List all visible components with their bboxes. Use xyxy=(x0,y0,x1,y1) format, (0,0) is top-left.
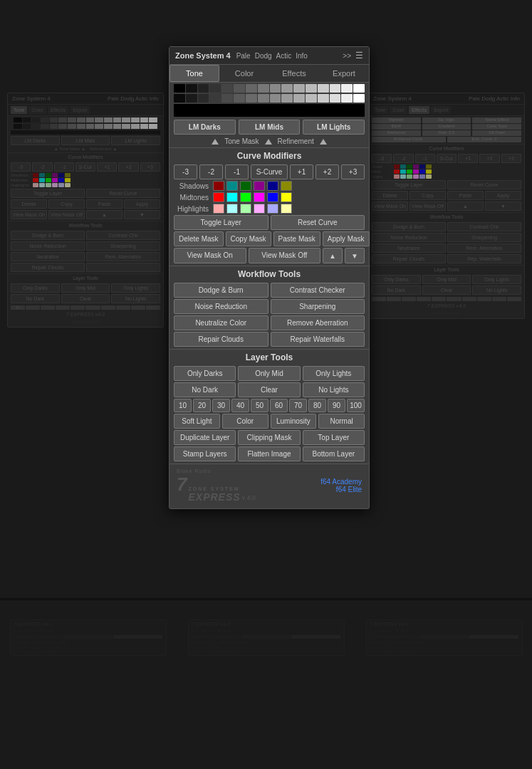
luminosity-button[interactable]: Luminosity xyxy=(271,414,317,429)
gray-swatch[interactable] xyxy=(209,84,221,93)
shadow-swatch-4[interactable] xyxy=(254,181,265,191)
adj-btn-minus2[interactable]: -2 xyxy=(199,164,223,179)
soft-light-button[interactable]: Soft Light xyxy=(174,414,220,429)
only-lights-button[interactable]: Only Lights xyxy=(303,366,365,381)
gray-swatch-2[interactable] xyxy=(234,94,245,103)
gray-swatch-2[interactable] xyxy=(186,94,197,103)
gray-swatch[interactable] xyxy=(174,84,185,93)
only-darks-button[interactable]: Only Darks xyxy=(174,366,236,381)
no-dark-button[interactable]: No Dark xyxy=(174,382,236,397)
gray-swatch[interactable] xyxy=(198,84,209,93)
reset-curve-button[interactable]: Reset Curve xyxy=(271,215,365,230)
gray-swatch-2[interactable] xyxy=(353,94,365,103)
shadow-swatch-5[interactable] xyxy=(267,181,278,191)
only-mid-button[interactable]: Only Mid xyxy=(238,366,300,381)
highlight-swatch-4[interactable] xyxy=(254,204,265,214)
gray-swatch[interactable] xyxy=(293,84,305,93)
adj-btn-plus1[interactable]: +1 xyxy=(290,164,313,179)
midtone-swatch-6[interactable] xyxy=(281,192,292,202)
gray-swatch-2[interactable] xyxy=(330,94,341,103)
lm-mids-button[interactable]: LM Mids xyxy=(239,120,301,135)
tab-export[interactable]: Export xyxy=(319,65,369,82)
view-mask-on-button[interactable]: View Mask On xyxy=(174,248,246,263)
tab-tone[interactable]: Tone xyxy=(169,65,219,82)
highlight-swatch-1[interactable] xyxy=(213,204,224,214)
midtone-swatch-1[interactable] xyxy=(213,192,224,202)
adj-btn-scurve[interactable]: S-Curve xyxy=(251,164,288,179)
lm-darks-button[interactable]: LM Darks xyxy=(174,120,236,135)
delete-mask-button[interactable]: Delete Mask xyxy=(174,231,224,246)
midtone-swatch-2[interactable] xyxy=(226,192,238,202)
gray-swatch[interactable] xyxy=(221,84,233,93)
neutralize-color-button[interactable]: Neutralize Color xyxy=(174,315,268,330)
tab-effects[interactable]: Effects xyxy=(269,65,319,82)
gray-swatch-2[interactable] xyxy=(270,94,281,103)
gray-swatch-2[interactable] xyxy=(318,94,329,103)
gray-swatch[interactable] xyxy=(258,84,269,93)
number-button-70[interactable]: 70 xyxy=(289,399,307,412)
gray-swatch[interactable] xyxy=(330,84,341,93)
adj-btn-minus1[interactable]: -1 xyxy=(225,164,249,179)
midtone-swatch-5[interactable] xyxy=(267,192,278,202)
number-button-40[interactable]: 40 xyxy=(231,399,249,412)
shadow-swatch-2[interactable] xyxy=(226,181,238,191)
gray-swatch[interactable] xyxy=(281,84,293,93)
adj-btn-plus2[interactable]: +2 xyxy=(315,164,339,179)
gray-swatch-2[interactable] xyxy=(306,94,317,103)
gray-swatch-2[interactable] xyxy=(281,94,293,103)
highlight-swatch-2[interactable] xyxy=(226,204,238,214)
stamp-layers-button[interactable]: Stamp Layers xyxy=(174,446,236,461)
gray-swatch[interactable] xyxy=(270,84,281,93)
shadow-swatch-3[interactable] xyxy=(240,181,251,191)
menu-actic[interactable]: Actic xyxy=(276,52,292,60)
clear-button[interactable]: Clear xyxy=(238,382,300,397)
menu-info[interactable]: Info xyxy=(296,52,308,60)
arrow-down-button[interactable]: ▼ xyxy=(345,248,365,263)
number-button-90[interactable]: 90 xyxy=(328,399,345,412)
gray-swatch[interactable] xyxy=(318,84,329,93)
menu-dodg[interactable]: Dodg xyxy=(255,52,272,60)
number-button-20[interactable]: 20 xyxy=(193,399,211,412)
midtone-swatch-4[interactable] xyxy=(254,192,265,202)
gray-swatch[interactable] xyxy=(234,84,245,93)
color-button[interactable]: Color xyxy=(222,414,268,429)
repair-clouds-button[interactable]: Repair Clouds xyxy=(174,332,268,347)
gray-swatch-2[interactable] xyxy=(341,94,353,103)
duplicate-layer-button[interactable]: Duplicate Layer xyxy=(174,430,236,445)
menu-icon[interactable]: ☰ xyxy=(355,51,363,61)
midtone-swatch-3[interactable] xyxy=(240,192,251,202)
gray-swatch-2[interactable] xyxy=(246,94,257,103)
contrast-checker-button[interactable]: Contrast Checker xyxy=(271,283,365,298)
highlight-swatch-5[interactable] xyxy=(267,204,278,214)
number-button-60[interactable]: 60 xyxy=(270,399,288,412)
gray-swatch-2[interactable] xyxy=(293,94,305,103)
dodge-burn-button[interactable]: Dodge & Burn xyxy=(174,283,268,298)
number-button-10[interactable]: 10 xyxy=(174,399,192,412)
adj-btn-minus3[interactable]: -3 xyxy=(174,164,197,179)
gray-swatch-2[interactable] xyxy=(174,94,185,103)
tab-color[interactable]: Color xyxy=(219,65,269,82)
view-mask-off-button[interactable]: View Mask Off xyxy=(249,248,321,263)
number-button-80[interactable]: 80 xyxy=(308,399,326,412)
gray-swatch[interactable] xyxy=(186,84,197,93)
clipping-mask-button[interactable]: Clipping Mask xyxy=(238,430,300,445)
number-button-30[interactable]: 30 xyxy=(212,399,230,412)
remove-aberration-button[interactable]: Remove Aberration xyxy=(271,315,365,330)
gray-swatch-2[interactable] xyxy=(258,94,269,103)
gray-swatch[interactable] xyxy=(353,84,365,93)
top-layer-button[interactable]: Top Layer xyxy=(303,430,365,445)
arrow-up-button[interactable]: ▲ xyxy=(323,248,343,263)
menu-pale[interactable]: Pale xyxy=(236,52,251,60)
gray-swatch-2[interactable] xyxy=(209,94,221,103)
apply-mask-button[interactable]: Apply Mask xyxy=(323,231,370,246)
highlight-swatch-6[interactable] xyxy=(281,204,292,214)
number-button-100[interactable]: 100 xyxy=(347,399,365,412)
f64-elite-link[interactable]: f64 Elite xyxy=(320,486,362,493)
copy-mask-button[interactable]: Copy Mask xyxy=(226,231,271,246)
number-button-50[interactable]: 50 xyxy=(251,399,268,412)
flatten-image-button[interactable]: Flatten Image xyxy=(238,446,300,461)
gray-swatch[interactable] xyxy=(306,84,317,93)
f64-academy-link[interactable]: f64 Academy xyxy=(320,478,362,486)
sharpening-button[interactable]: Sharpening xyxy=(271,299,365,314)
adj-btn-plus3[interactable]: +3 xyxy=(341,164,365,179)
